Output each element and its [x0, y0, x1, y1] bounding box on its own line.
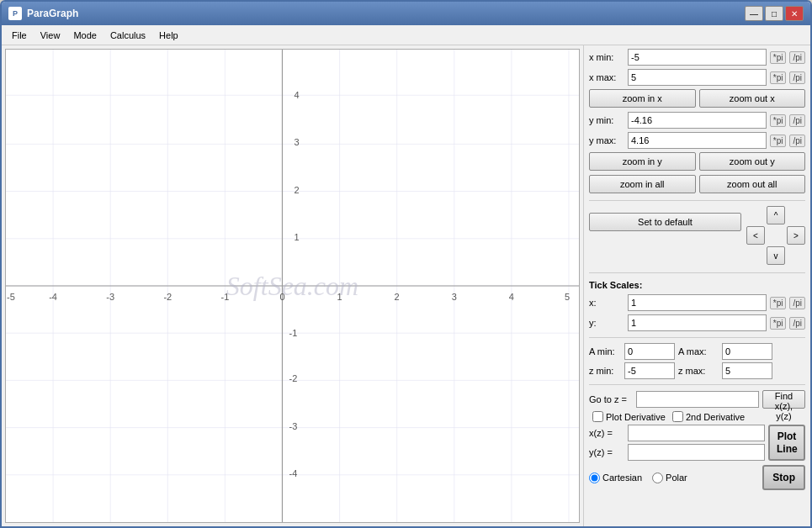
ymax-label: y max: [589, 135, 624, 145]
a-minmax-row: A min: A max: [589, 343, 805, 360]
xyz-input-area: x(z) = y(z) = Plot Line [589, 425, 805, 461]
menu-bar: File View Mode Calculus Help [2, 25, 810, 45]
zoom-in-all-button[interactable]: zoom in all [589, 175, 696, 193]
x-tick-input[interactable] [628, 294, 767, 311]
z-min-input[interactable] [624, 362, 675, 379]
zoom-out-y-button[interactable]: zoom out y [699, 152, 806, 171]
minimize-button[interactable]: — [745, 6, 763, 21]
yz-label: y(z) = [589, 447, 624, 457]
svg-text:1: 1 [337, 293, 342, 303]
maximize-button[interactable]: □ [765, 6, 783, 21]
xmin-pi-div[interactable]: /pi [789, 51, 805, 64]
plot-line-button[interactable]: Plot Line [768, 425, 805, 461]
zoom-all-row: zoom in all zoom out all [589, 175, 805, 193]
main-area: 0 -1 -2 -3 -4 -5 1 2 3 4 5 4 3 2 1 -1 -2… [2, 45, 810, 526]
menu-mode[interactable]: Mode [66, 29, 103, 42]
plot-derivative-checkbox[interactable] [592, 411, 603, 422]
svg-text:3: 3 [452, 293, 457, 303]
nav-empty-5 [787, 246, 805, 265]
xmin-pi-mult[interactable]: *pi [770, 51, 787, 64]
app-icon: P [8, 7, 22, 20]
nav-up-button[interactable]: ^ [767, 206, 785, 224]
separator-2 [589, 272, 805, 273]
ymax-pi-div[interactable]: /pi [789, 135, 805, 147]
nav-empty-4 [746, 246, 765, 265]
nav-down-button[interactable]: v [767, 246, 785, 265]
ymin-input[interactable] [628, 112, 767, 129]
svg-text:4: 4 [509, 293, 514, 303]
second-derivative-checkbox[interactable] [672, 411, 683, 422]
polar-option[interactable]: Polar [652, 473, 687, 483]
separator-4 [589, 384, 805, 385]
y-tick-label: y: [589, 318, 624, 328]
nav-empty-1 [746, 206, 765, 224]
second-derivative-label[interactable]: 2nd Derivative [672, 411, 745, 422]
a-max-label: A max: [678, 346, 719, 356]
set-default-button[interactable]: Set to default [589, 213, 741, 231]
a-min-label: A min: [589, 346, 621, 356]
xmin-row: x min: *pi /pi [589, 49, 805, 66]
ymax-row: y max: *pi /pi [589, 132, 805, 149]
z-minmax-row: z min: z max: [589, 362, 805, 379]
xyz-fields: x(z) = y(z) = [589, 425, 765, 461]
menu-file[interactable]: File [5, 29, 34, 42]
svg-text:-3: -3 [289, 421, 297, 431]
nav-left-button[interactable]: < [746, 226, 765, 245]
zoom-y-row: zoom in y zoom out y [589, 152, 805, 171]
close-button[interactable]: ✕ [785, 6, 804, 21]
ymin-pi-div[interactable]: /pi [789, 114, 805, 127]
find-xyz-button[interactable]: Find x(z), y(z) [762, 390, 805, 409]
yz-input[interactable] [628, 444, 765, 461]
xmax-pi-div[interactable]: /pi [789, 71, 805, 84]
xmin-input[interactable] [628, 49, 767, 66]
svg-text:-1: -1 [220, 293, 229, 303]
z-max-input[interactable] [722, 362, 772, 379]
nav-cross: ^ < > v [746, 206, 805, 265]
y-tick-input[interactable] [628, 314, 767, 331]
x-tick-label: x: [589, 298, 624, 308]
ymax-input[interactable] [628, 132, 767, 149]
menu-help[interactable]: Help [152, 29, 185, 42]
xmax-pi-mult[interactable]: *pi [770, 71, 787, 84]
svg-text:-4: -4 [289, 468, 297, 478]
svg-text:-3: -3 [106, 293, 114, 303]
svg-text:-5: -5 [7, 293, 15, 303]
xmax-row: x max: *pi /pi [589, 69, 805, 86]
cartesian-radio[interactable] [589, 473, 600, 483]
zoom-in-y-button[interactable]: zoom in y [589, 152, 696, 171]
y-tick-pi-mult[interactable]: *pi [770, 317, 787, 330]
ymin-pi-mult[interactable]: *pi [770, 114, 787, 127]
x-tick-pi-div[interactable]: /pi [789, 297, 805, 309]
plot-derivative-label[interactable]: Plot Derivative [592, 411, 666, 422]
a-min-input[interactable] [624, 343, 675, 360]
zoom-out-all-button[interactable]: zoom out all [699, 175, 806, 193]
x-tick-pi-mult[interactable]: *pi [770, 297, 787, 309]
nav-empty-2 [787, 206, 805, 224]
ymax-pi-mult[interactable]: *pi [770, 135, 787, 147]
nav-right-button[interactable]: > [787, 226, 805, 245]
stop-button[interactable]: Stop [762, 465, 805, 490]
z-max-label: z max: [678, 366, 719, 376]
a-max-input[interactable] [722, 343, 772, 360]
zoom-out-x-button[interactable]: zoom out x [699, 89, 806, 108]
menu-view[interactable]: View [34, 29, 67, 42]
go-to-z-label: Go to z = [589, 394, 633, 404]
xz-input[interactable] [628, 425, 765, 441]
go-to-z-row: Go to z = Find x(z), y(z) [589, 390, 805, 409]
svg-text:-4: -4 [49, 293, 57, 303]
y-tick-pi-div[interactable]: /pi [789, 317, 805, 330]
svg-text:-1: -1 [289, 328, 297, 338]
svg-text:1: 1 [295, 232, 300, 242]
polar-radio[interactable] [652, 473, 663, 483]
xmax-input[interactable] [628, 69, 767, 86]
cartesian-option[interactable]: Cartesian [589, 473, 642, 483]
xz-label: x(z) = [589, 428, 624, 438]
window-controls: — □ ✕ [745, 6, 804, 21]
zoom-in-x-button[interactable]: zoom in x [589, 89, 696, 108]
y-tick-row: y: *pi /pi [589, 314, 805, 331]
menu-calculus[interactable]: Calculus [103, 29, 152, 42]
xmin-label: x min: [589, 52, 624, 62]
graph-svg: 0 -1 -2 -3 -4 -5 1 2 3 4 5 4 3 2 1 -1 -2… [6, 50, 579, 522]
go-to-z-input[interactable] [636, 391, 759, 408]
svg-text:2: 2 [395, 293, 400, 303]
